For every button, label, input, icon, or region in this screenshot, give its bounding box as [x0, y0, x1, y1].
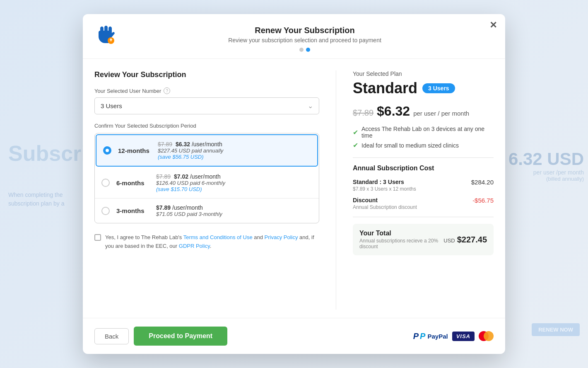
period-subline-12months: $227.45 USD paid annually — [158, 148, 311, 154]
terms-checkbox[interactable] — [94, 234, 101, 241]
plan-new-price: $6.32 — [377, 104, 410, 119]
bg-right-price: 6.32 USD per user /per month (billed ann… — [508, 149, 588, 182]
bg-price-value: 6.32 USD — [508, 149, 584, 169]
modal-header: Renew Your Subscription Review your subs… — [83, 14, 505, 59]
paypal-p1: P — [413, 332, 419, 341]
check-icon-2: ✔ — [353, 141, 358, 149]
new-price-3months: $7.89 — [156, 204, 171, 211]
period-option-6months[interactable]: 6-months $7.89 $7.02 /user/month $126.40… — [95, 167, 319, 199]
period-subline-6months: $126.40 USD paid 6-monthly — [156, 180, 312, 186]
mc-orange-circle — [484, 331, 494, 341]
close-button[interactable]: ✕ — [489, 21, 497, 30]
period-pricing-12months: $7.89 $6.32 /user/month $227.45 USD paid… — [158, 141, 311, 160]
plan-title-section: Your Selected Plan Standard 3 Users — [353, 70, 494, 97]
cost-value-standard: $284.20 — [471, 179, 494, 186]
cost-section-title: Annual Subscription Cost — [353, 165, 494, 172]
period-label: Confirm Your Selected Subscription Perio… — [94, 123, 319, 129]
cost-row-discount: Discount Annual Subscription discount -$… — [353, 197, 494, 210]
bg-when-text: When completing the subscription plan by… — [0, 191, 83, 208]
step-dot-1 — [299, 48, 304, 52]
proceed-to-payment-button[interactable]: Proceed to Payment — [134, 327, 227, 346]
price-unit-6months: /user/month — [190, 173, 221, 180]
plan-name-row: Standard 3 Users — [353, 80, 494, 97]
subscription-modal: Renew Your Subscription Review your subs… — [83, 14, 505, 354]
cost-row-standard: Standard : 3 Users $7.89 x 3 Users x 12 … — [353, 179, 494, 192]
period-name-12months: 12-months — [118, 147, 151, 154]
modal-subtitle: Review your subscription selection and p… — [116, 37, 494, 44]
price-unit-3months: /user/month — [172, 204, 203, 211]
period-name-6months: 6-months — [116, 179, 149, 186]
radio-6months — [101, 179, 110, 187]
modal-header-center: Renew Your Subscription Review your subs… — [116, 24, 494, 52]
chevron-down-icon: ⌄ — [308, 102, 313, 110]
period-pricing-3months: $7.89 /user/month $71.05 USD paid 3-mont… — [156, 204, 312, 217]
old-price-6months: $7.89 — [156, 173, 171, 180]
period-subline-3months: $71.05 USD paid 3-monthly — [156, 211, 312, 217]
cost-label-discount: Discount Annual Subscription discount — [353, 197, 417, 210]
terms-link-2[interactable]: Privacy Policy — [265, 234, 298, 240]
terms-link-3[interactable]: GDPR Policy — [179, 243, 210, 249]
radio-12months — [103, 146, 111, 155]
total-box: Your Total Annual subscriptions recieve … — [353, 224, 494, 255]
total-label-section: Your Total Annual subscriptions recieve … — [359, 230, 443, 249]
plan-feature-1: ✔ Access The Rehab Lab on 3 devices at a… — [353, 126, 494, 139]
plan-old-price: $7.89 — [353, 108, 374, 118]
footer-left: Back Proceed to Payment — [94, 327, 227, 346]
info-icon[interactable]: ? — [164, 87, 170, 94]
period-name-3months: 3-months — [116, 207, 149, 214]
period-price-6months: $7.89 $7.02 /user/month — [156, 173, 312, 180]
svg-rect-2 — [111, 38, 111, 41]
paypal-p2: P — [420, 332, 425, 341]
period-price-3months: $7.89 /user/month — [156, 204, 312, 211]
period-option-3months[interactable]: 3-months $7.89 /user/month $71.05 USD pa… — [95, 199, 319, 223]
new-price-12months: $6.32 — [176, 141, 190, 148]
total-label-main: Your Total — [359, 230, 443, 237]
bg-price-sub: per user /per month — [508, 169, 584, 176]
check-icon-1: ✔ — [353, 128, 358, 136]
period-option-12months[interactable]: 12-months $7.89 $6.32 /user/month $227.4… — [96, 134, 318, 167]
radio-3months — [101, 207, 110, 215]
total-currency: USD — [443, 237, 455, 244]
left-section-title: Review Your Subscription — [94, 70, 319, 79]
period-price-12months: $7.89 $6.32 /user/month — [158, 141, 311, 148]
user-number-select[interactable]: 3 Users ⌄ — [94, 97, 319, 114]
total-value: $227.45 — [457, 235, 487, 245]
total-value-section: USD $227.45 — [443, 235, 487, 245]
period-pricing-6months: $7.89 $7.02 /user/month $126.40 USD paid… — [156, 173, 312, 192]
cost-value-discount: -$56.75 — [472, 197, 494, 204]
payment-icons: P P PayPal VISA — [413, 331, 494, 341]
terms-row: Yes, I agree to The Rehab Lab's Terms an… — [94, 233, 319, 251]
cost-label-standard: Standard : 3 Users $7.89 x 3 Users x 12 … — [353, 179, 416, 192]
step-dot-2 — [306, 48, 310, 52]
divider-1 — [353, 157, 494, 158]
back-button[interactable]: Back — [94, 328, 129, 344]
user-number-value: 3 Users — [101, 102, 122, 109]
terms-text: Yes, I agree to The Rehab Lab's Terms an… — [105, 233, 319, 251]
period-options-container: 12-months $7.89 $6.32 /user/month $227.4… — [94, 133, 319, 223]
period-save-12months: (save $56.75 USD) — [158, 154, 311, 160]
visa-icon: VISA — [452, 332, 475, 341]
period-save-6months: (save $15.70 USD) — [156, 186, 312, 192]
modal-steps — [116, 48, 494, 52]
plan-name: Standard — [353, 80, 417, 97]
paypal-text: PayPal — [427, 333, 448, 340]
plan-per: per user / per month — [413, 110, 469, 117]
old-price-12months: $7.89 — [158, 141, 172, 148]
modal-body: Review Your Subscription Your Selected U… — [83, 59, 505, 310]
divider-2 — [353, 217, 494, 217]
new-price-6months: $7.02 — [174, 173, 188, 180]
right-panel: Your Selected Plan Standard 3 Users $7.8… — [336, 70, 494, 310]
bg-renew-btn: RENEW NOW — [532, 323, 580, 336]
modal-title: Renew Your Subscription — [116, 26, 494, 35]
plan-label: Your Selected Plan — [353, 70, 494, 77]
bg-price-sub2: (billed annually) — [508, 176, 584, 182]
mastercard-icon — [479, 331, 494, 341]
user-number-label: Your Selected User Number ? — [94, 87, 319, 94]
app-logo — [94, 24, 116, 46]
plan-features: ✔ Access The Rehab Lab on 3 devices at a… — [353, 126, 494, 149]
left-panel: Review Your Subscription Your Selected U… — [94, 70, 336, 310]
price-unit-12months: /user/month — [192, 141, 222, 148]
terms-link-1[interactable]: Terms and Conditions of Use — [183, 234, 253, 240]
total-label-sub: Annual subscriptions recieve a 20% disco… — [359, 238, 443, 249]
plan-price-row: $7.89 $6.32 per user / per month — [353, 104, 494, 119]
